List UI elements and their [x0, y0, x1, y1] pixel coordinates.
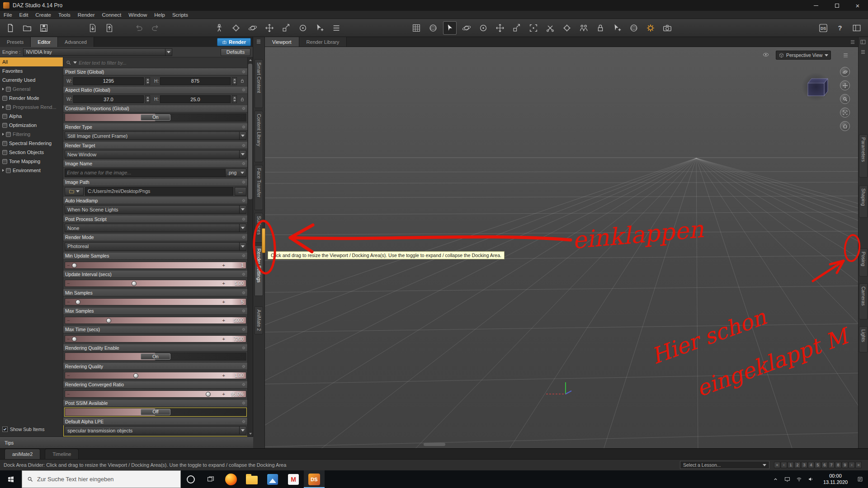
side-tab-smart-content[interactable]: Smart Content	[255, 59, 263, 108]
show-sub-items-checkbox[interactable]	[2, 427, 8, 432]
panes-icon[interactable]	[850, 21, 863, 35]
menu-window[interactable]: Window	[125, 11, 151, 19]
task-view-button[interactable]	[201, 470, 221, 488]
viewport-scroll-handle[interactable]	[424, 443, 445, 446]
viewport-options-icon[interactable]	[840, 50, 851, 61]
render-camera-icon[interactable]	[660, 21, 674, 35]
search-input[interactable]	[37, 476, 180, 483]
toggle-button[interactable]: On	[141, 353, 170, 360]
redo-icon[interactable]	[149, 21, 162, 35]
toggle-post-ssim-available[interactable]: Off	[65, 408, 246, 416]
pan-view-icon[interactable]	[840, 80, 850, 90]
slider-thumb[interactable]	[106, 318, 111, 323]
notification-center-icon[interactable]	[857, 476, 863, 483]
slider-thumb[interactable]	[133, 373, 138, 378]
dock-divider-toggle[interactable]	[262, 228, 265, 253]
pager-page-4[interactable]: 4	[808, 462, 814, 468]
param-settings-gear-icon[interactable]	[241, 419, 246, 424]
pan-camera-icon[interactable]	[493, 21, 507, 35]
param-settings-gear-icon[interactable]	[241, 143, 246, 148]
category-all[interactable]: All	[0, 57, 63, 66]
image-path-value[interactable]: C:/Users/m2rei/Desktop/Pngs	[85, 187, 233, 196]
slider-thumb[interactable]	[75, 300, 80, 305]
menu-render[interactable]: Render	[74, 11, 99, 19]
scroll-down-icon[interactable]	[249, 433, 252, 435]
rotate-tool-icon[interactable]	[246, 21, 259, 35]
param-settings-gear-icon[interactable]	[241, 88, 246, 92]
menu-help[interactable]: Help	[151, 11, 169, 19]
node-selection-tool-icon[interactable]	[229, 21, 243, 35]
category-favorites[interactable]: Favorites	[0, 66, 63, 75]
help-icon[interactable]: ?	[833, 21, 847, 35]
param-settings-gear-icon[interactable]	[241, 198, 246, 203]
close-button[interactable]: ×	[847, 0, 868, 11]
pager-next-icon[interactable]: ›	[849, 462, 855, 468]
firefox-taskbar-button[interactable]	[221, 470, 241, 488]
aux-viewport-icon[interactable]	[410, 21, 423, 35]
network-icon[interactable]	[796, 476, 802, 483]
param-settings-gear-icon[interactable]	[241, 327, 246, 332]
pager-first-icon[interactable]: «	[774, 462, 780, 468]
scroll-up-icon[interactable]	[248, 57, 253, 63]
save-icon[interactable]	[37, 21, 51, 35]
parameter-scrollbar[interactable]	[247, 57, 253, 436]
photos-taskbar-button[interactable]	[262, 470, 283, 488]
param-settings-gear-icon[interactable]	[241, 346, 246, 350]
new-document-icon[interactable]	[4, 21, 17, 35]
translate-tool-icon[interactable]	[263, 21, 276, 35]
param-settings-gear-icon[interactable]	[241, 291, 246, 295]
rotate-camera-icon[interactable]	[476, 21, 490, 35]
param-settings-gear-icon[interactable]	[241, 253, 246, 258]
zoom-view-icon[interactable]	[840, 94, 850, 104]
category-filtering[interactable]: Filtering	[0, 130, 63, 139]
slider-decrement[interactable]: −	[67, 318, 70, 324]
toggle-button[interactable]: Off	[141, 409, 170, 415]
cortana-button[interactable]	[181, 470, 201, 488]
param-settings-gear-icon[interactable]	[241, 180, 246, 184]
file-explorer-taskbar-button[interactable]	[241, 470, 262, 488]
dropdown-post-process-script[interactable]: None	[65, 224, 246, 232]
taskbar-search[interactable]	[22, 470, 181, 488]
category-optimization[interactable]: Optimization	[0, 121, 63, 130]
image-name-input[interactable]	[67, 170, 223, 175]
dropdown-auto-headlamp[interactable]: When No Scene Lights	[65, 205, 246, 214]
width-spinner[interactable]	[145, 77, 150, 85]
menu-scripts[interactable]: Scripts	[169, 11, 192, 19]
tab-presets[interactable]: Presets	[0, 37, 31, 47]
lock-icon[interactable]	[238, 97, 246, 102]
side-tab-cameras[interactable]: Cameras	[859, 283, 868, 319]
side-tab-posing[interactable]: Posing	[859, 249, 868, 277]
side-tab-parameters[interactable]: Parameters	[859, 134, 868, 178]
toggle-button[interactable]: On	[141, 114, 170, 121]
surface-selection-tool-icon[interactable]	[313, 21, 326, 35]
slider-increment[interactable]: +	[222, 391, 225, 397]
minimize-button[interactable]	[806, 0, 826, 11]
tab-advanced[interactable]: Advanced	[58, 37, 94, 47]
hidden-icons-chevron-icon[interactable]	[772, 476, 779, 483]
camera-view-selector[interactable]: Perspective View	[776, 51, 831, 60]
extension-select[interactable]: .png	[226, 169, 246, 177]
slider-min-update-samples[interactable]: −+1	[65, 262, 246, 269]
daz-studio-taskbar-button[interactable]: DS	[304, 470, 325, 488]
lock-icon[interactable]	[594, 21, 607, 35]
slider-thumb[interactable]	[72, 263, 77, 268]
slider-increment[interactable]: +	[222, 263, 225, 268]
expand-arrow-icon[interactable]	[2, 106, 4, 108]
category-section-objects[interactable]: Section Objects	[0, 148, 63, 157]
iray-preview-icon[interactable]	[426, 21, 440, 35]
viewport-pane-menu-icon[interactable]	[849, 39, 856, 45]
slider-rendering-converged-ratio[interactable]: −+95.0%	[65, 390, 246, 398]
slider-thumb[interactable]	[206, 392, 211, 397]
scissors-tool-icon[interactable]	[543, 21, 557, 35]
taskbar-clock[interactable]: 00:00 13.11.2020	[819, 473, 852, 486]
viewport-canvas[interactable]: Perspective View	[265, 47, 858, 448]
category-render-mode[interactable]: Render Mode	[0, 94, 63, 103]
param-settings-gear-icon[interactable]	[241, 161, 246, 166]
render-button[interactable]: Render	[217, 38, 251, 46]
pager-page-2[interactable]: 2	[794, 462, 801, 468]
width-field[interactable]: 1295	[73, 77, 144, 85]
pager-page-9[interactable]: 9	[842, 462, 848, 468]
category-spectral-rendering[interactable]: Spectral Rendering	[0, 139, 63, 148]
slider-increment[interactable]: +	[222, 318, 225, 324]
expand-arrow-icon[interactable]	[2, 169, 4, 172]
